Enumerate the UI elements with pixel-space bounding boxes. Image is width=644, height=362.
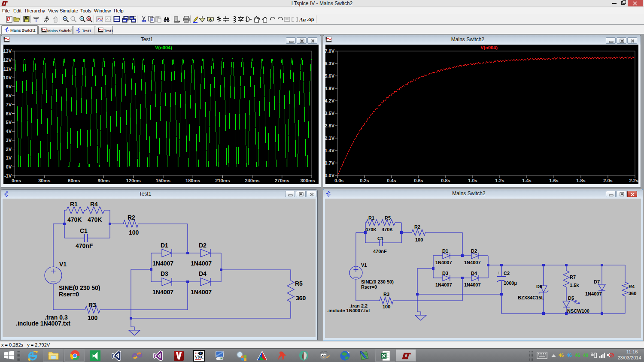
svg-text:1N4007: 1N4007 [435,260,452,265]
svg-text:C1: C1 [377,236,383,241]
svg-text:13V: 13V [3,48,12,54]
svg-text:1N4007: 1N4007 [585,291,602,296]
svg-text:0.7V: 0.7V [325,160,335,166]
svg-text:120ms: 120ms [126,178,141,183]
svg-text:1V: 1V [6,155,12,160]
svg-text:100: 100 [88,314,98,321]
svg-text:1.8s: 1.8s [576,178,585,183]
svg-text:3V: 3V [6,138,12,143]
svg-text:1000µ: 1000µ [504,281,517,286]
svg-text:2V: 2V [6,147,12,152]
svg-text:300ms: 300ms [301,178,315,183]
svg-text:470K: 470K [382,227,393,232]
svg-text:Rser=0: Rser=0 [59,291,79,298]
svg-text:1.6s: 1.6s [549,178,558,183]
svg-text:240ms: 240ms [245,178,259,183]
svg-text:D4: D4 [471,271,477,276]
svg-text:V1: V1 [361,262,367,268]
svg-text:1N4007: 1N4007 [435,282,452,287]
svg-text:470nF: 470nF [76,242,93,249]
svg-text:7V: 7V [6,102,12,107]
svg-text:R3: R3 [383,292,389,297]
svg-text:V1: V1 [59,261,67,268]
svg-text:R2: R2 [414,224,420,229]
svg-text:470nF: 470nF [373,249,387,254]
svg-text:360: 360 [296,295,306,302]
svg-text:0.0V: 0.0V [325,173,335,178]
svg-text:4.9V: 4.9V [325,86,335,91]
svg-text:6.3V: 6.3V [325,61,335,66]
svg-text:150ms: 150ms [156,178,170,183]
svg-text:D5: D5 [568,296,574,301]
svg-text:NSCW100: NSCW100 [567,308,589,314]
svg-text:V(n004): V(n004) [480,45,498,50]
svg-text:0ms: 0ms [12,178,21,183]
svg-text:2.8V: 2.8V [325,123,335,128]
svg-text:R5: R5 [385,215,391,220]
svg-text:1N4007: 1N4007 [464,282,481,287]
svg-text:1N4007: 1N4007 [152,260,173,267]
svg-text:100: 100 [415,237,423,242]
svg-text:470K: 470K [67,216,82,223]
svg-text:1.4s: 1.4s [522,178,531,183]
svg-text:100: 100 [383,304,390,309]
svg-text:D7: D7 [594,279,600,284]
svg-text:6V: 6V [6,111,12,116]
svg-text:5V: 5V [6,120,12,125]
svg-text:1N4007: 1N4007 [464,260,481,265]
svg-text:D4: D4 [199,270,207,277]
svg-text:470K: 470K [365,227,377,232]
svg-text:R3: R3 [88,302,96,308]
svg-text:.include 1N4007.txt: .include 1N4007.txt [16,320,70,327]
svg-text:1.2s: 1.2s [495,178,504,183]
svg-text:D1: D1 [442,248,448,253]
svg-text:C2: C2 [504,271,510,276]
svg-text:360: 360 [629,291,636,296]
svg-text:210ms: 210ms [215,178,230,183]
svg-text:A: A [209,17,212,21]
svg-text:8V: 8V [6,93,12,98]
svg-text:C1: C1 [80,227,88,234]
svg-text:1N4007: 1N4007 [191,260,212,267]
svg-text:10V: 10V [3,75,12,80]
svg-text:V(n004): V(n004) [155,45,172,50]
svg-text:7.0V: 7.0V [325,48,335,54]
svg-text:0.2s: 0.2s [360,178,369,183]
svg-text:1.4V: 1.4V [325,148,335,153]
svg-text:100: 100 [129,229,139,236]
svg-text:R7: R7 [570,275,576,280]
svg-text:R4: R4 [629,284,635,289]
svg-text:1.0s: 1.0s [468,178,477,183]
svg-text:4V: 4V [6,129,12,134]
svg-text:180ms: 180ms [185,178,200,183]
svg-text:R4: R4 [90,201,98,208]
svg-text:0.0s: 0.0s [334,178,343,183]
svg-text:0.4s: 0.4s [387,178,396,183]
svg-text:0.6s: 0.6s [414,178,423,183]
svg-text:R1: R1 [368,215,374,220]
svg-text:.op: .op [307,17,314,22]
svg-text:5.6V: 5.6V [325,73,335,78]
svg-text:Rser=0: Rser=0 [361,284,377,290]
svg-text:0.8s: 0.8s [441,178,450,183]
svg-text:D3: D3 [161,270,168,277]
svg-text:D3: D3 [442,271,448,276]
svg-text:R1: R1 [70,201,78,208]
svg-text:3.5V: 3.5V [325,111,335,116]
svg-text:12V: 12V [3,57,12,63]
svg-text:BZX84C15L: BZX84C15L [518,295,544,300]
svg-text:4.2V: 4.2V [325,98,335,103]
svg-text:Aa: Aa [299,16,306,23]
svg-text:SINE(0 230 50): SINE(0 230 50) [361,279,394,284]
svg-text:R5: R5 [295,280,303,287]
svg-text:60ms: 60ms [68,178,80,183]
svg-text:1N4007: 1N4007 [152,289,173,296]
svg-text:0V: 0V [6,164,12,169]
svg-text:2.0s: 2.0s [603,178,612,183]
svg-text:90ms: 90ms [98,178,110,183]
svg-text:R2: R2 [128,214,135,221]
svg-text:VNC: VNC [195,355,204,359]
svg-text:2.1V: 2.1V [325,136,335,141]
svg-text:470K: 470K [88,216,102,223]
svg-text:270ms: 270ms [275,178,289,183]
